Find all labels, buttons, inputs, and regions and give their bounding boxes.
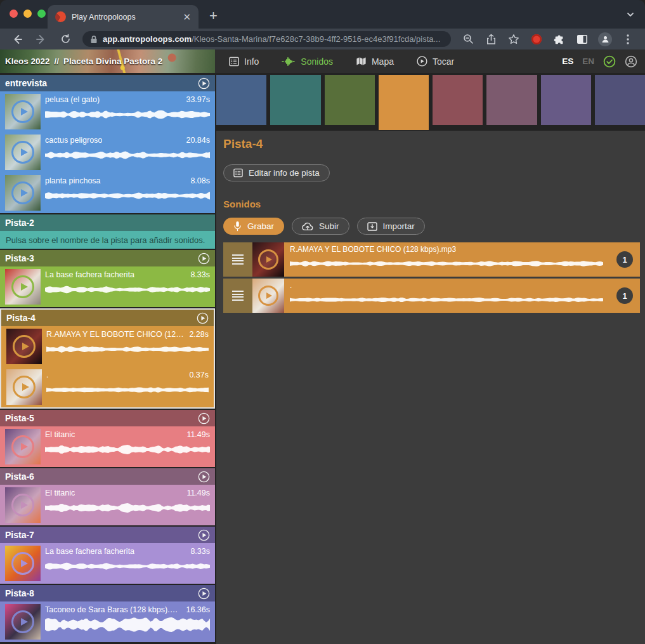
main-sound-row[interactable]: R.AMAYA Y EL BOBOTE CHICO (128 kbps).mp3… bbox=[223, 242, 640, 277]
loop-count-badge[interactable]: 1 bbox=[616, 251, 633, 268]
track-color-swatch-4[interactable] bbox=[379, 75, 429, 130]
track-play-button[interactable] bbox=[198, 253, 210, 265]
breadcrumb-session[interactable]: Placeta Divina Pastora 2 bbox=[63, 56, 162, 66]
account-icon[interactable] bbox=[625, 55, 637, 68]
sound-title: El titanic bbox=[45, 430, 75, 439]
extensions-puzzle-icon[interactable] bbox=[550, 31, 569, 48]
tab-title: Play Antropoloops bbox=[72, 13, 177, 22]
breadcrumb-project[interactable]: Kleos 2022 bbox=[5, 56, 50, 66]
bookmark-star-icon[interactable] bbox=[504, 31, 523, 48]
track-color-swatch-7[interactable] bbox=[541, 75, 591, 125]
sound-row[interactable]: El titanic11.49s bbox=[0, 426, 215, 467]
new-tab-button[interactable]: + bbox=[209, 9, 218, 23]
track-play-button[interactable] bbox=[198, 77, 210, 89]
browser-tab[interactable]: Play Antropoloops ✕ bbox=[48, 5, 199, 29]
lang-es-button[interactable]: ES bbox=[562, 56, 573, 66]
forward-button[interactable] bbox=[32, 31, 51, 48]
sound-thumbnail bbox=[252, 242, 284, 277]
play-overlay-icon[interactable] bbox=[11, 494, 34, 516]
track-play-button[interactable] bbox=[198, 529, 210, 541]
track-play-button[interactable] bbox=[198, 412, 210, 424]
browser-profile-avatar[interactable] bbox=[596, 31, 615, 48]
sound-row[interactable]: Taconeo de Sara Baras (128 kbps).mp316.3… bbox=[0, 601, 215, 642]
tab-close-icon[interactable]: ✕ bbox=[183, 12, 191, 22]
edit-track-info-label: Editar info de pista bbox=[249, 168, 320, 178]
play-overlay-icon[interactable] bbox=[11, 275, 34, 298]
sound-row[interactable]: planta pinchosa8.08s bbox=[0, 173, 215, 213]
track-color-swatch-1[interactable] bbox=[216, 75, 266, 125]
tab-sonidos[interactable]: Sonidos bbox=[282, 56, 333, 67]
import-button[interactable]: Importar bbox=[357, 218, 425, 235]
sound-row[interactable]: .0.37s bbox=[1, 367, 214, 407]
track-play-button[interactable] bbox=[198, 471, 210, 483]
recorder-extension-icon[interactable] bbox=[527, 31, 546, 48]
play-overlay-icon[interactable] bbox=[11, 552, 34, 575]
tab-mapa[interactable]: Mapa bbox=[356, 56, 394, 67]
play-overlay-icon[interactable] bbox=[11, 141, 34, 164]
play-overlay-icon[interactable] bbox=[258, 249, 278, 270]
play-overlay-icon[interactable] bbox=[11, 181, 34, 204]
sound-row[interactable]: pelusa (el gato)33.97s bbox=[0, 91, 215, 132]
track-name: Pista-7 bbox=[5, 530, 34, 540]
minimize-window-button[interactable] bbox=[23, 10, 32, 18]
back-button[interactable] bbox=[8, 31, 27, 48]
tab-info[interactable]: Info bbox=[229, 56, 259, 67]
url-bar[interactable]: app.antropoloops.com/Kleos-Santa-Marina/… bbox=[82, 31, 451, 47]
tab-mapa-label: Mapa bbox=[372, 56, 394, 67]
sound-info: La base fachera facherita8.33s bbox=[45, 269, 210, 298]
saved-check-icon[interactable] bbox=[603, 55, 616, 68]
sound-thumbnail bbox=[5, 269, 41, 305]
close-window-button[interactable] bbox=[10, 10, 18, 18]
edit-track-info-button[interactable]: Editar info de pista bbox=[223, 164, 330, 181]
tab-search-chevron-icon[interactable] bbox=[626, 10, 635, 19]
main-sound-row[interactable]: .1 bbox=[223, 279, 640, 313]
play-overlay-icon[interactable] bbox=[258, 286, 278, 306]
sound-waveform bbox=[45, 147, 210, 164]
play-overlay-icon[interactable] bbox=[13, 376, 36, 398]
track-header[interactable]: Pista-5 bbox=[0, 410, 215, 426]
sound-row[interactable]: La base fachera facherita8.33s bbox=[0, 266, 215, 307]
sound-header-row: R.AMAYA Y EL BOBOTE CHICO (128 kbps)....… bbox=[46, 330, 209, 339]
drag-handle[interactable] bbox=[223, 242, 252, 277]
drag-handle[interactable] bbox=[223, 279, 252, 313]
track-header[interactable]: Pista-8 bbox=[0, 585, 215, 601]
track-header[interactable]: Pista-2 bbox=[0, 214, 215, 231]
lang-en-button[interactable]: EN bbox=[582, 56, 594, 66]
play-overlay-icon[interactable] bbox=[13, 335, 36, 358]
zoom-page-icon[interactable] bbox=[459, 31, 478, 48]
track-header[interactable]: entrevista bbox=[0, 75, 215, 91]
track-color-swatch-2[interactable] bbox=[270, 75, 320, 125]
play-overlay-icon[interactable] bbox=[11, 610, 34, 633]
sound-thumbnail bbox=[5, 94, 41, 129]
track-color-swatch-5[interactable] bbox=[433, 75, 483, 125]
side-panel-icon[interactable] bbox=[573, 31, 592, 48]
play-overlay-icon[interactable] bbox=[11, 435, 34, 458]
tab-tocar[interactable]: Tocar bbox=[417, 56, 454, 67]
loop-count-badge[interactable]: 1 bbox=[616, 287, 633, 304]
track-play-button[interactable] bbox=[198, 588, 210, 600]
track-detail-panel: Pista-4 Editar info de pista Sonidos Gra… bbox=[216, 75, 645, 644]
sound-info: . bbox=[284, 279, 609, 313]
record-button[interactable]: Grabar bbox=[223, 218, 284, 235]
track-color-swatch-6[interactable] bbox=[486, 75, 537, 125]
track-header[interactable]: Pista-7 bbox=[0, 527, 215, 543]
sound-row[interactable]: El titanic11.49s bbox=[0, 485, 215, 525]
share-icon[interactable] bbox=[481, 31, 500, 48]
reload-button[interactable] bbox=[56, 31, 75, 48]
track-play-button[interactable] bbox=[197, 312, 209, 324]
track-color-swatch-8[interactable] bbox=[595, 75, 645, 125]
track-header[interactable]: Pista-3 bbox=[0, 250, 215, 266]
sound-row[interactable]: R.AMAYA Y EL BOBOTE CHICO (128 kbps)....… bbox=[1, 326, 214, 367]
upload-button[interactable]: Subir bbox=[292, 218, 349, 235]
browser-menu-icon[interactable] bbox=[618, 31, 637, 48]
sound-duration: 8.33s bbox=[190, 547, 210, 556]
zoom-window-button[interactable] bbox=[37, 10, 46, 18]
track-header[interactable]: Pista-4 bbox=[1, 310, 214, 326]
track-header[interactable]: Pista-6 bbox=[0, 468, 215, 485]
sound-row[interactable]: cactus peligroso20.84s bbox=[0, 132, 215, 173]
sound-row[interactable]: La base fachera facherita8.33s bbox=[0, 543, 215, 584]
track-color-swatch-3[interactable] bbox=[325, 75, 375, 125]
play-overlay-icon[interactable] bbox=[11, 100, 34, 123]
play-circle-icon bbox=[417, 56, 427, 67]
antropoloops-favicon-icon bbox=[55, 11, 66, 22]
